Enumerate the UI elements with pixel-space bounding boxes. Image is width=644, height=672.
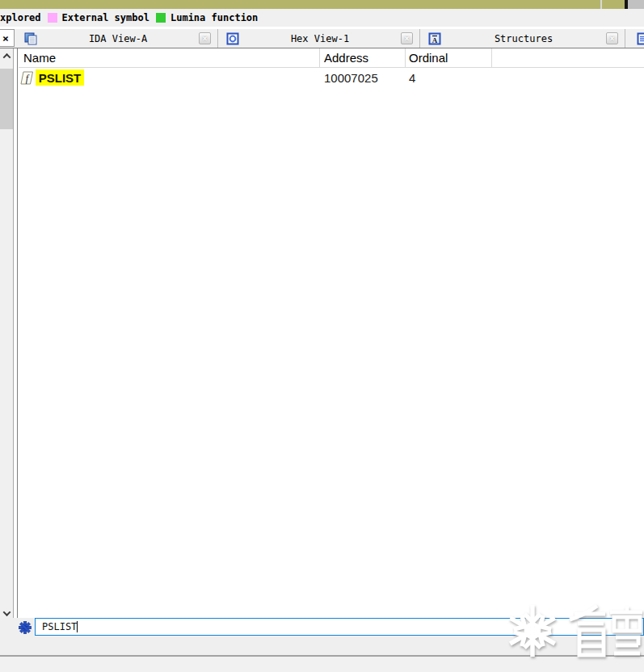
column-separator[interactable] xyxy=(491,48,492,68)
row-ordinal: 4 xyxy=(409,69,415,87)
navband-marker-light xyxy=(600,0,602,9)
row-name-highlighted: PSLIST xyxy=(36,69,84,86)
quick-filter-input[interactable] xyxy=(35,618,644,636)
tab-bar: × IDA View-A × Hex View-1 × xyxy=(0,29,644,48)
text-cursor xyxy=(77,621,78,632)
row-address: 10007025 xyxy=(324,69,378,87)
navband-legend: xplored External symbol Lumina function xyxy=(0,9,644,27)
function-icon: f xyxy=(20,71,34,85)
scrollbar-thumb[interactable] xyxy=(0,69,13,129)
navigation-band[interactable] xyxy=(0,0,644,9)
tab-close-icon[interactable]: × xyxy=(199,32,211,44)
vertical-scrollbar[interactable] xyxy=(0,48,14,620)
column-separator[interactable] xyxy=(405,48,406,68)
column-separator[interactable] xyxy=(319,48,320,68)
hex-view-icon xyxy=(226,32,239,45)
lumina-function-swatch xyxy=(156,13,166,23)
ida-window: xplored External symbol Lumina function … xyxy=(0,0,644,672)
navband-gray-segment xyxy=(628,0,644,9)
column-header-ordinal[interactable]: Ordinal xyxy=(409,48,448,68)
tab-partial[interactable] xyxy=(625,29,644,48)
scroll-up-button[interactable] xyxy=(0,48,13,63)
chevron-down-icon xyxy=(2,608,11,616)
structures-icon: A xyxy=(428,32,441,45)
svg-text:A: A xyxy=(432,36,438,44)
tab-close-icon[interactable]: × xyxy=(401,32,413,44)
legend-label-lumina-function: Lumina function xyxy=(170,12,258,23)
legend-label-external-symbol: External symbol xyxy=(62,12,149,23)
tab-ida-view-a[interactable]: IDA View-A × xyxy=(16,29,218,48)
tab-structures[interactable]: A Structures × xyxy=(420,29,625,48)
table-header: Name Address Ordinal xyxy=(19,48,644,68)
ida-view-icon xyxy=(24,32,37,45)
tab-label: IDA View-A xyxy=(37,33,199,44)
table-row[interactable]: f PSLIST 10007025 4 xyxy=(19,69,644,87)
tab-label: Structures xyxy=(441,33,606,44)
tab-label: Hex View-1 xyxy=(239,33,401,44)
chevron-up-icon xyxy=(2,52,11,61)
tab-hex-view-1[interactable]: Hex View-1 × xyxy=(218,29,420,48)
legend-label-unexplored: xplored xyxy=(0,12,41,23)
dock-close-button[interactable]: × xyxy=(0,29,15,47)
tab-close-icon[interactable]: × xyxy=(606,32,618,44)
blue-asterisk-icon xyxy=(19,621,32,634)
names-window: Name Address Ordinal f PSLIST 10007025 4 xyxy=(17,48,644,618)
enums-icon xyxy=(637,32,644,45)
external-symbol-swatch xyxy=(48,13,57,23)
status-bar xyxy=(0,657,644,672)
column-header-address[interactable]: Address xyxy=(324,48,368,68)
column-header-name[interactable]: Name xyxy=(23,48,56,68)
